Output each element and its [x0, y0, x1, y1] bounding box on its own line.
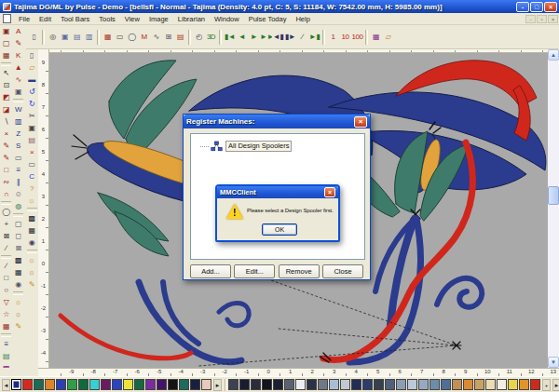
zigzag-icon[interactable]: Z: [12, 128, 24, 140]
color-swatch[interactable]: [396, 379, 406, 390]
image-tool-icon[interactable]: ▣: [12, 86, 24, 98]
sun-a-icon[interactable]: ☼: [12, 296, 24, 308]
menu-image[interactable]: Image: [144, 14, 173, 24]
step-10-icon[interactable]: 10: [339, 30, 351, 45]
color-swatch[interactable]: [407, 379, 417, 390]
color-swatch[interactable]: [329, 379, 339, 390]
color-swatch[interactable]: [463, 379, 473, 390]
sun-c-icon[interactable]: ☼: [26, 254, 38, 266]
delete-icon[interactable]: ×: [26, 146, 38, 158]
color-swatch[interactable]: [34, 379, 44, 390]
prev-color-icon[interactable]: ◄▮: [272, 30, 284, 45]
undo-icon[interactable]: ↺: [26, 86, 38, 98]
tile-windows-icon[interactable]: ▤: [71, 30, 83, 45]
menu-librarian[interactable]: Librarian: [173, 14, 210, 24]
color-swatch[interactable]: [497, 379, 507, 390]
palette-add-color-button[interactable]: +: [542, 379, 551, 391]
color-swatch[interactable]: [101, 379, 111, 390]
text-tool-icon[interactable]: A: [12, 25, 24, 37]
color-swatch[interactable]: [22, 379, 33, 390]
pattern-tool-icon[interactable]: ▦: [0, 320, 12, 332]
polygon-tool-icon[interactable]: ▽: [0, 296, 12, 308]
grid-icon[interactable]: ⊞: [162, 30, 174, 45]
mdi-close-button[interactable]: ×: [548, 15, 558, 23]
close-icon[interactable]: ×: [354, 116, 367, 128]
zoom-to-fit-icon[interactable]: ◎: [47, 30, 59, 45]
color-swatch[interactable]: [295, 379, 306, 390]
design-window-icon[interactable]: ▭: [114, 30, 126, 45]
redo-icon[interactable]: ↻: [26, 98, 38, 110]
color-swatch[interactable]: [508, 379, 518, 390]
color-swatch[interactable]: [201, 379, 211, 390]
draw-shape-icon[interactable]: □: [0, 164, 12, 176]
color-swatch[interactable]: [318, 379, 328, 390]
shape-select-icon[interactable]: ◩: [0, 91, 12, 103]
register-dialog-titlebar[interactable]: Register Machines: ×: [184, 115, 370, 128]
lasso-icon[interactable]: ∿: [150, 30, 162, 45]
color-swatch[interactable]: [123, 379, 133, 390]
copy-icon[interactable]: ▣: [26, 122, 38, 134]
hook-icon[interactable]: ∩: [0, 188, 12, 200]
color-swatch[interactable]: [441, 379, 451, 390]
knife-icon[interactable]: ∖: [0, 115, 12, 128]
refresh-icon[interactable]: C: [26, 170, 38, 182]
ellipse-tool-icon[interactable]: ○: [0, 284, 12, 296]
color-swatch[interactable]: [362, 379, 373, 390]
sun-d-icon[interactable]: ☼: [26, 266, 38, 278]
box-b-icon[interactable]: ◻: [12, 230, 24, 242]
color-swatch[interactable]: [228, 379, 239, 390]
palette-scroll-left-icon[interactable]: ◄: [2, 379, 10, 391]
cascade-windows-icon[interactable]: ▣: [59, 30, 71, 45]
kerning-icon[interactable]: K: [12, 49, 24, 61]
target-icon[interactable]: ◉: [12, 278, 24, 291]
box-x-icon[interactable]: ⊠: [12, 242, 24, 254]
help-icon[interactable]: ?: [26, 182, 38, 195]
save-file-icon[interactable]: ▬: [26, 74, 38, 86]
pencil-icon[interactable]: ✎: [0, 140, 12, 152]
measure-line-icon[interactable]: ∕: [0, 242, 12, 254]
close-button[interactable]: ×: [544, 2, 557, 12]
color-swatch[interactable]: [179, 379, 189, 390]
title-bar[interactable]: Tajima DG/ML by Pulse - Demo - [bellsfl …: [0, 0, 559, 13]
column-stitch-icon[interactable]: ▥: [12, 115, 24, 128]
color-swatch[interactable]: [112, 379, 122, 390]
slow-motion-icon[interactable]: ∕: [296, 30, 308, 45]
color-swatch[interactable]: [530, 379, 540, 390]
menu-file[interactable]: File: [14, 14, 34, 24]
measure-icon[interactable]: M: [138, 30, 150, 45]
color-swatch[interactable]: [474, 379, 484, 390]
color-swatch[interactable]: [168, 379, 178, 390]
color-swatch[interactable]: [56, 379, 66, 390]
paste-icon[interactable]: ▤: [26, 134, 38, 146]
menu-edit[interactable]: Edit: [34, 14, 56, 24]
new-document-icon[interactable]: ▯: [28, 30, 40, 45]
vertical-scrollbar[interactable]: ▲ ▼: [548, 49, 559, 368]
open-file-icon[interactable]: ▱: [26, 61, 38, 74]
color-swatch[interactable]: [374, 379, 384, 390]
go-end-icon[interactable]: ►▮: [308, 30, 320, 45]
globe-icon[interactable]: ◍: [12, 200, 24, 212]
color-swatch[interactable]: [67, 379, 77, 390]
delete-stitch-icon[interactable]: ×: [0, 128, 12, 140]
applique-icon[interactable]: ▲: [12, 61, 24, 74]
design-frame-icon[interactable]: ▣: [0, 25, 12, 37]
stitch-list-icon[interactable]: ▦: [370, 30, 382, 45]
box-select-icon[interactable]: ⊡: [0, 79, 12, 91]
scrollbar-thumb[interactable]: [548, 186, 559, 205]
hoop-icon[interactable]: ▢: [0, 37, 12, 49]
spooler-tree-item[interactable]: All Design Spoolers: [200, 141, 364, 152]
line-tool-icon[interactable]: ∕: [0, 260, 12, 272]
add-point-icon[interactable]: ✎: [0, 152, 12, 164]
pattern-dark-b-icon[interactable]: ▦: [26, 224, 38, 237]
add-button[interactable]: Add...: [190, 264, 231, 278]
sketch-icon[interactable]: ✎: [12, 320, 24, 332]
scroll-up-icon[interactable]: ▲: [548, 49, 559, 61]
mdi-restore-button[interactable]: ▫: [537, 15, 547, 23]
alert-dialog-titlebar[interactable]: MMCClient ×: [217, 186, 338, 198]
menu-window[interactable]: Window: [210, 14, 244, 24]
color-swatch[interactable]: [145, 379, 156, 390]
step-back-icon[interactable]: ◄: [236, 30, 248, 45]
pattern-a-icon[interactable]: ▩: [12, 254, 24, 266]
color-swatch[interactable]: [284, 379, 294, 390]
marquee-icon[interactable]: ⊠: [0, 230, 12, 242]
